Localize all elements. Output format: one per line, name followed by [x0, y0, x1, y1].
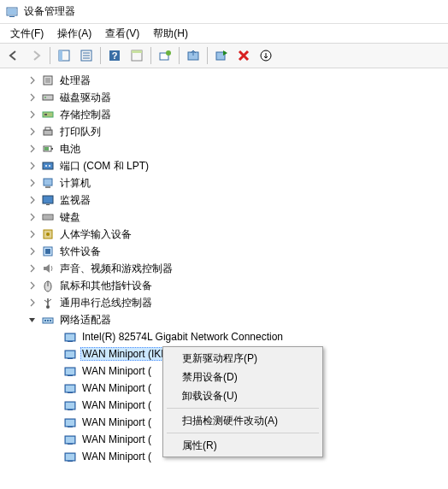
tree-node-battery[interactable]: 电池 — [14, 140, 445, 157]
expand-arrow-icon[interactable] — [27, 263, 38, 274]
forward-button[interactable] — [26, 45, 46, 66]
ctx-disable-device[interactable]: 禁用设备(D) — [165, 368, 321, 386]
tree-node-label: 键盘 — [58, 209, 82, 226]
svg-rect-64 — [66, 386, 74, 392]
menu-file[interactable]: 文件(F) — [5, 25, 49, 43]
tree-node-port[interactable]: 端口 (COM 和 LPT) — [14, 157, 445, 174]
printer-icon — [41, 125, 55, 138]
svg-rect-42 — [45, 249, 50, 254]
battery-icon — [41, 142, 55, 156]
properties-button[interactable] — [76, 45, 97, 66]
ctx-item-label: 禁用设备(D) — [182, 370, 238, 385]
help-topics-button[interactable] — [127, 45, 147, 66]
tree-node-label: 电池 — [58, 141, 82, 157]
tree-node-keyboard[interactable]: 键盘 — [14, 209, 445, 226]
svg-rect-75 — [68, 461, 73, 462]
disable-device-button[interactable] — [211, 45, 232, 66]
back-button[interactable] — [3, 45, 24, 66]
tree-node-hid[interactable]: 人体学输入设备 — [14, 226, 445, 243]
ctx-item-label: 扫描检测硬件改动(A) — [182, 414, 278, 428]
expand-arrow-icon[interactable] — [27, 127, 38, 137]
tree-node-computer[interactable]: 计算机 — [14, 174, 445, 191]
tree-node-label: 软件设备 — [58, 244, 103, 260]
tree-node-mouse[interactable]: 鼠标和其他指针设备 — [14, 277, 445, 294]
expand-arrow-icon[interactable] — [27, 75, 38, 85]
svg-rect-1 — [9, 16, 15, 17]
expand-arrow-icon[interactable] — [27, 246, 38, 256]
expand-arrow-icon[interactable] — [27, 109, 38, 120]
tree-node-cpu[interactable]: 处理器 — [14, 72, 445, 89]
ctx-properties[interactable]: 属性(R) — [165, 436, 321, 455]
svg-rect-57 — [68, 358, 73, 359]
ctx-scan-hardware[interactable]: 扫描检测硬件改动(A) — [165, 411, 321, 430]
expand-arrow-icon[interactable] — [27, 195, 38, 205]
tree-node-storage[interactable]: 存储控制器 — [14, 106, 445, 123]
expand-arrow-icon[interactable] — [27, 212, 38, 222]
expand-arrow-icon[interactable] — [27, 280, 38, 291]
expand-arrow-icon[interactable] — [27, 144, 38, 154]
audio-icon — [41, 262, 55, 275]
show-hide-console-tree-button[interactable] — [54, 45, 74, 66]
expand-arrow-icon[interactable] — [27, 298, 38, 308]
tree-node-usb[interactable]: 通用串行总线控制器 — [14, 294, 445, 311]
tree-child-node[interactable]: Intel(R) 82574L Gigabit Network Connecti… — [14, 328, 445, 345]
svg-rect-12 — [132, 50, 142, 53]
software-icon — [41, 244, 55, 258]
tree-node-printer[interactable]: 打印队列 — [14, 123, 445, 140]
app-icon — [5, 5, 19, 19]
device-tree[interactable]: 处理器磁盘驱动器存储控制器打印队列电池端口 (COM 和 LPT)计算机监视器键… — [0, 68, 448, 489]
window-title: 设备管理器 — [24, 4, 75, 19]
tree-node-label: 监视器 — [58, 192, 92, 209]
net-adapter-icon — [63, 450, 77, 463]
help-button[interactable]: ? — [104, 45, 125, 66]
tree-node-label: 计算机 — [58, 175, 92, 191]
menu-help[interactable]: 帮助(H) — [148, 25, 193, 43]
usb-icon — [41, 296, 55, 309]
expand-arrow-icon[interactable] — [27, 161, 38, 171]
uninstall-device-button[interactable] — [233, 45, 254, 66]
update-driver-button[interactable] — [183, 45, 203, 66]
svg-rect-66 — [68, 409, 73, 410]
svg-rect-32 — [44, 179, 52, 186]
expand-arrow-icon[interactable] — [27, 92, 38, 103]
svg-rect-60 — [68, 375, 73, 376]
port-icon — [41, 159, 55, 173]
scan-hardware-button[interactable] — [155, 45, 175, 66]
svg-rect-22 — [43, 112, 53, 117]
add-legacy-hardware-button[interactable] — [256, 45, 276, 66]
svg-rect-4 — [59, 50, 62, 61]
menu-action[interactable]: 操作(A) — [52, 25, 97, 43]
svg-rect-61 — [66, 368, 74, 374]
menu-view[interactable]: 查看(V) — [100, 25, 144, 43]
svg-rect-52 — [50, 320, 51, 321]
net-adapter-icon — [63, 433, 77, 446]
svg-rect-2 — [8, 9, 16, 15]
toolbar: ? — [0, 43, 448, 68]
tree-node-audio[interactable]: 声音、视频和游戏控制器 — [14, 260, 445, 277]
tree-node-network[interactable]: 网络适配器 — [14, 311, 445, 328]
tree-node-disk[interactable]: 磁盘驱动器 — [14, 89, 445, 106]
expand-arrow-icon[interactable] — [27, 315, 38, 325]
tree-node-software[interactable]: 软件设备 — [14, 243, 445, 260]
tree-node-label: WAN Miniport ( — [80, 433, 153, 446]
toolbar-separator — [179, 47, 180, 64]
tree-node-label: 人体学输入设备 — [58, 227, 133, 243]
title-bar: 设备管理器 — [0, 0, 448, 24]
tree-node-label: 鼠标和其他指针设备 — [58, 278, 154, 294]
net-adapter-icon — [63, 398, 77, 412]
expand-arrow-icon[interactable] — [27, 229, 38, 239]
network-icon — [41, 313, 55, 327]
menu-bar: 文件(F) 操作(A) 查看(V) 帮助(H) — [0, 24, 448, 43]
svg-rect-35 — [46, 204, 50, 205]
ctx-uninstall-device[interactable]: 卸载设备(U) — [165, 386, 321, 405]
svg-rect-28 — [44, 147, 49, 150]
ctx-update-driver[interactable]: 更新驱动程序(P) — [165, 349, 321, 368]
tree-node-monitor[interactable]: 监视器 — [14, 191, 445, 209]
tree-node-label: 声音、视频和游戏控制器 — [58, 261, 174, 277]
svg-rect-20 — [43, 95, 53, 100]
svg-rect-76 — [66, 454, 74, 460]
expand-arrow-icon[interactable] — [27, 178, 38, 188]
cpu-icon — [41, 74, 55, 87]
tree-node-label: Intel(R) 82574L Gigabit Network Connecti… — [80, 330, 285, 344]
svg-point-40 — [46, 233, 50, 236]
